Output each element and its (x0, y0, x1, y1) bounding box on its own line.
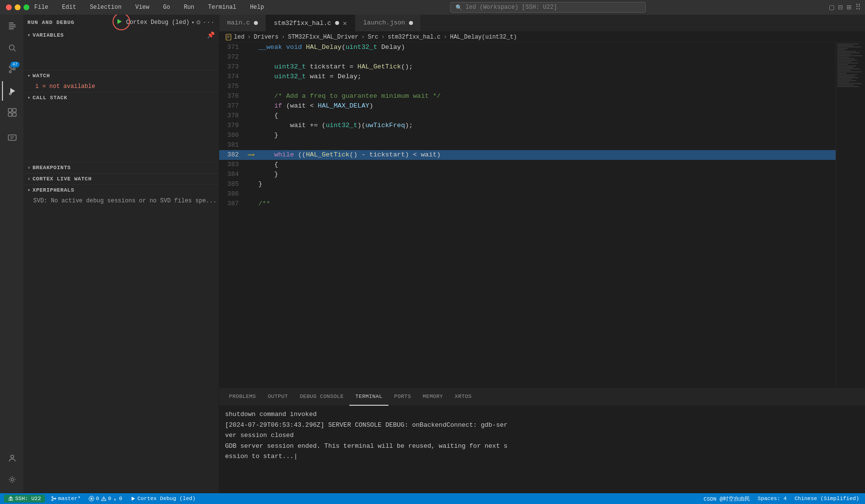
status-branch[interactable]: master* (49, 496, 83, 502)
minimap-line-1 (837, 45, 853, 46)
cortex-live-watch-header[interactable]: › CORTEX LIVE WATCH (23, 174, 219, 184)
panel-tab-problems[interactable]: PROBLEMS (223, 389, 262, 406)
breadcrumb-part-1[interactable]: Drivers (254, 34, 278, 41)
status-debug[interactable]: Cortex Debug (led) (128, 496, 198, 502)
editor-and-panel: 371__weak void HAL_Delay(uint32_t Delay)… (219, 43, 865, 493)
menu-go[interactable]: Go (160, 3, 173, 12)
status-encoding[interactable]: CSDN @时空自由民 (702, 495, 752, 503)
code-line-371[interactable]: 371__weak void HAL_Delay(uint32_t Delay) (219, 43, 836, 52)
global-search-box[interactable]: 🔍 led (Workspace) [SSH: U22] (450, 2, 646, 13)
breadcrumb-part-2[interactable]: STM32F1xx_HAL_Driver (288, 34, 358, 41)
code-line-381[interactable]: 381 (219, 140, 836, 150)
sidebar: RUN AND DEBUG Cortex Debug (led) ▾ ⚙ ··· (23, 15, 219, 493)
status-encoding-label: CSDN @时空自由民 (704, 495, 750, 503)
menu-file[interactable]: File (31, 3, 51, 12)
panel-tab-terminal[interactable]: TERMINAL (349, 389, 388, 406)
layout-icon-2[interactable]: ⊟ (838, 2, 843, 12)
config-dropdown-icon[interactable]: ▾ (191, 20, 194, 25)
svg-point-22 (51, 497, 53, 498)
code-line-375[interactable]: 375 (219, 82, 836, 91)
sidebar-item-explorer[interactable] (2, 17, 22, 36)
watch-section-header[interactable]: ▾ WATCH (23, 70, 219, 81)
breadcrumb-part-5[interactable]: HAL_Delay(uint32_t) (450, 34, 517, 41)
minimap-line-7 (837, 54, 851, 55)
terminal-content[interactable]: shutdown command invoked [2024-07-29T06:… (219, 406, 865, 493)
editor-area: main.c stm32f1xx_hal.c ✕ launch.json led… (219, 15, 865, 493)
sidebar-item-source-control[interactable]: 47 (2, 60, 22, 79)
menu-help[interactable]: Help (247, 3, 267, 12)
accounts-icon-btn[interactable] (2, 448, 22, 468)
panel-tab-ports[interactable]: PORTS (388, 389, 417, 406)
code-line-382[interactable]: 382⟹ while ((HAL_GetTick() - tickstart) … (219, 150, 836, 160)
sidebar-item-search[interactable] (2, 38, 22, 58)
terminal-line-2: ver session closed (225, 431, 859, 440)
line-number-379: 379 (219, 121, 247, 131)
breadcrumb-part-3[interactable]: Src (368, 34, 379, 41)
variables-section-header[interactable]: ▾ VARIABLES 📌 (23, 30, 219, 41)
menu-terminal[interactable]: Terminal (205, 3, 239, 12)
start-debug-button[interactable] (114, 17, 124, 28)
code-line-387[interactable]: 387/** (219, 199, 836, 209)
code-line-377[interactable]: 377 if (wait < HAL_MAX_DELAY) (219, 101, 836, 111)
minimap-line-2 (837, 46, 862, 47)
line-number-386: 386 (219, 189, 247, 199)
code-line-373[interactable]: 373 uint32_t tickstart = HAL_GetTick(); (219, 62, 836, 72)
code-line-376[interactable]: 376 /* Add a freq to guarantee minimum w… (219, 91, 836, 101)
code-editor[interactable]: 371__weak void HAL_Delay(uint32_t Delay)… (219, 43, 836, 388)
code-line-384[interactable]: 384 } (219, 170, 836, 179)
warning-icon (101, 496, 107, 502)
code-line-380[interactable]: 380 } (219, 131, 836, 140)
line-number-375: 375 (219, 82, 247, 91)
panel-tab-output[interactable]: OUTPUT (262, 389, 294, 406)
status-spaces[interactable]: Spaces: 4 (756, 496, 789, 502)
minimap-line-18 (837, 70, 851, 71)
tab-launch-json[interactable]: launch.json (355, 15, 421, 31)
tab-main-c[interactable]: main.c (219, 15, 266, 31)
line-number-380: 380 (219, 131, 247, 140)
code-line-383[interactable]: 383 { (219, 160, 836, 170)
line-number-387: 387 (219, 199, 247, 209)
panel-tab-xrtos[interactable]: XRTOS (449, 389, 478, 406)
menu-run[interactable]: Run (181, 3, 198, 12)
breadcrumb-part-0[interactable]: led (234, 34, 245, 41)
callstack-body (23, 103, 219, 162)
tab-stm32-close-icon[interactable]: ✕ (343, 19, 347, 27)
sidebar-item-run-debug[interactable] (2, 81, 22, 101)
status-errors[interactable]: 0 0 0 (87, 496, 124, 502)
breadcrumb-part-4[interactable]: stm32f1xx_hal.c (387, 34, 440, 41)
code-line-372[interactable]: 372 (219, 52, 836, 62)
menu-selection[interactable]: Selection (87, 3, 125, 12)
pin-variables-icon[interactable]: 📌 (207, 31, 215, 39)
layout-icon-4[interactable]: ⠿ (855, 2, 861, 12)
layout-icon-1[interactable]: ▢ (829, 2, 834, 12)
search-magnifier-icon: 🔍 (455, 4, 462, 11)
panel-tab-memory[interactable]: MEMORY (417, 389, 449, 406)
sidebar-item-extensions[interactable] (2, 103, 22, 122)
code-line-374[interactable]: 374 uint32_t wait = Delay; (219, 72, 836, 82)
status-ssh[interactable]: SSH: U22 (4, 495, 45, 503)
callstack-section-header[interactable]: ▾ CALL STACK (23, 92, 219, 103)
tab-bar: main.c stm32f1xx_hal.c ✕ launch.json (219, 15, 865, 32)
menu-view[interactable]: View (132, 3, 152, 12)
more-options-icon[interactable]: ··· (203, 19, 215, 26)
xperipherals-section-header[interactable]: ▾ XPERIPHERALS (23, 185, 219, 196)
code-line-385[interactable]: 385} (219, 179, 836, 189)
layout-icon-3[interactable]: ⊞ (846, 2, 851, 12)
panel-tab-bar: PROBLEMS OUTPUT DEBUG CONSOLE TERMINAL P… (219, 389, 865, 406)
title-bar-controls: ▢ ⊟ ⊞ ⠿ (829, 2, 861, 12)
panel-tab-debug-console[interactable]: DEBUG CONSOLE (294, 389, 350, 406)
settings-icon-btn[interactable] (2, 470, 22, 489)
sidebar-item-remote[interactable] (2, 128, 22, 148)
watch-item-0[interactable]: i = not available (23, 82, 219, 91)
breakpoints-section-header[interactable]: › BREAKPOINTS (23, 162, 219, 173)
code-line-379[interactable]: 379 wait += (uint32_t)(uwTickFreq); (219, 121, 836, 131)
sidebar-scroll-content: ▾ VARIABLES 📌 ▾ WATCH i = not available (23, 30, 219, 493)
code-line-378[interactable]: 378 { (219, 111, 836, 121)
code-line-386[interactable]: 386 (219, 189, 836, 199)
cortex-live-watch-label: CORTEX LIVE WATCH (33, 176, 92, 182)
debug-config-label[interactable]: Cortex Debug (led) (126, 19, 190, 26)
menu-edit[interactable]: Edit (59, 3, 79, 12)
settings-gear-icon[interactable]: ⚙ (196, 18, 200, 26)
status-language[interactable]: Chinese (Simplified) (793, 496, 861, 502)
tab-stm32f1xx-hal-c[interactable]: stm32f1xx_hal.c ✕ (266, 15, 355, 31)
